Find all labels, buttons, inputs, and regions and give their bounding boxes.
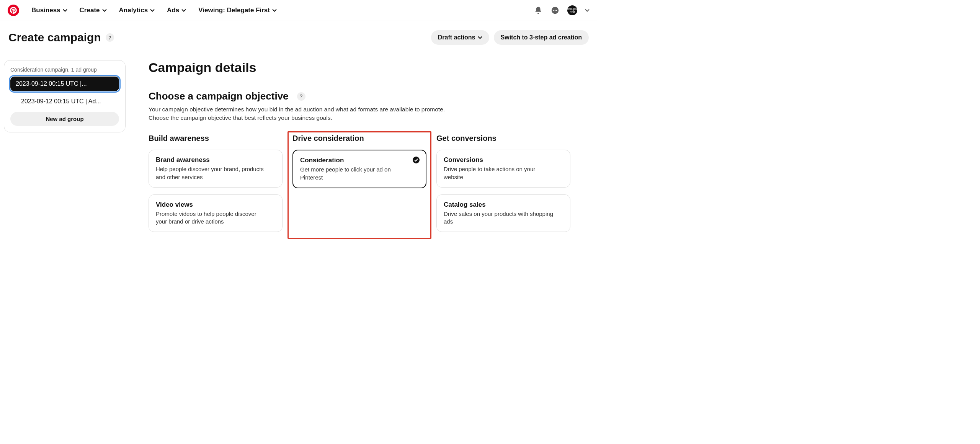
avatar[interactable]: Delegate First xyxy=(567,5,577,15)
svg-point-2 xyxy=(555,10,556,11)
objective-description: Your campaign objective determines how y… xyxy=(149,105,447,122)
column-awareness-heading: Build awareness xyxy=(149,132,283,143)
objective-heading-row: Choose a campaign objective ? xyxy=(149,90,570,102)
card-desc: Help people discover your brand, product… xyxy=(156,165,275,181)
bell-icon[interactable] xyxy=(534,6,543,15)
column-consideration: Drive consideration Consideration Get mo… xyxy=(287,131,431,239)
help-icon[interactable]: ? xyxy=(106,33,114,42)
chevron-down-icon xyxy=(181,8,186,13)
card-conversions[interactable]: Conversions Drive people to take actions… xyxy=(436,150,570,188)
draft-actions-label: Draft actions xyxy=(438,34,475,41)
nav-analytics[interactable]: Analytics xyxy=(119,7,155,14)
sidebar-label: Consideration campaign, 1 ad group xyxy=(10,67,119,73)
help-icon[interactable]: ? xyxy=(297,92,305,101)
switch-creation-label: Switch to 3-step ad creation xyxy=(501,34,582,41)
section-title: Campaign details xyxy=(149,60,570,75)
card-title: Catalog sales xyxy=(444,201,563,209)
card-desc: Drive people to take actions on your web… xyxy=(444,165,563,181)
column-awareness: Build awareness Brand awareness Help peo… xyxy=(149,132,283,239)
card-catalog-sales[interactable]: Catalog sales Drive sales on your produc… xyxy=(436,194,570,232)
column-consideration-heading: Drive consideration xyxy=(292,132,426,143)
top-nav: Business Create Analytics Ads Viewing: D… xyxy=(0,0,597,21)
card-desc: Promote videos to help people discover y… xyxy=(156,210,275,226)
objective-columns: Build awareness Brand awareness Help peo… xyxy=(149,132,570,239)
sidebar-item-adgroup[interactable]: 2023-09-12 00:15 UTC | Ad... xyxy=(10,94,119,109)
card-brand-awareness[interactable]: Brand awareness Help people discover you… xyxy=(149,150,283,188)
card-title: Brand awareness xyxy=(156,156,275,164)
nav-viewing[interactable]: Viewing: Delegate First xyxy=(198,7,277,14)
switch-creation-button[interactable]: Switch to 3-step ad creation xyxy=(494,30,589,45)
content: Consideration campaign, 1 ad group 2023-… xyxy=(0,51,597,239)
objective-title: Choose a campaign objective xyxy=(149,90,289,102)
draft-actions-button[interactable]: Draft actions xyxy=(431,30,489,45)
svg-point-1 xyxy=(553,10,554,11)
chevron-down-icon[interactable] xyxy=(585,8,590,13)
nav-business-label: Business xyxy=(31,7,60,14)
page-title: Create campaign xyxy=(8,31,101,44)
card-title: Video views xyxy=(156,201,275,209)
card-desc: Get more people to click your ad on Pint… xyxy=(300,166,419,181)
chevron-down-icon xyxy=(102,8,107,13)
chevron-down-icon xyxy=(150,8,155,13)
nav-create-label: Create xyxy=(80,7,100,14)
card-video-views[interactable]: Video views Promote videos to help peopl… xyxy=(149,194,283,232)
card-title: Conversions xyxy=(444,156,563,164)
nav-analytics-label: Analytics xyxy=(119,7,148,14)
nav-viewing-label: Viewing: Delegate First xyxy=(198,7,270,14)
sidebar-item-campaign[interactable]: 2023-09-12 00:15 UTC |... xyxy=(10,77,119,91)
nav-business[interactable]: Business xyxy=(31,7,67,14)
column-conversions: Get conversions Conversions Drive people… xyxy=(436,132,570,239)
sub-header-actions: Draft actions Switch to 3-step ad creati… xyxy=(431,30,589,45)
chevron-down-icon xyxy=(63,8,67,13)
campaign-sidebar: Consideration campaign, 1 ad group 2023-… xyxy=(4,60,126,132)
chat-icon[interactable] xyxy=(550,6,560,15)
new-ad-group-button[interactable]: New ad group xyxy=(10,112,119,126)
sub-header: Create campaign ? Draft actions Switch t… xyxy=(0,21,597,51)
card-desc: Drive sales on your products with shoppi… xyxy=(444,210,563,226)
chevron-down-icon xyxy=(478,35,482,40)
svg-point-3 xyxy=(556,10,557,11)
card-consideration[interactable]: Consideration Get more people to click y… xyxy=(292,150,426,188)
chevron-down-icon xyxy=(272,8,277,13)
nav-create[interactable]: Create xyxy=(80,7,107,14)
card-title: Consideration xyxy=(300,157,419,164)
nav-ads-label: Ads xyxy=(167,7,179,14)
nav-right: Delegate First xyxy=(534,5,590,15)
pinterest-logo[interactable] xyxy=(8,5,19,16)
column-conversions-heading: Get conversions xyxy=(436,132,570,143)
main-panel: Campaign details Choose a campaign objec… xyxy=(149,60,593,239)
nav-ads[interactable]: Ads xyxy=(167,7,186,14)
